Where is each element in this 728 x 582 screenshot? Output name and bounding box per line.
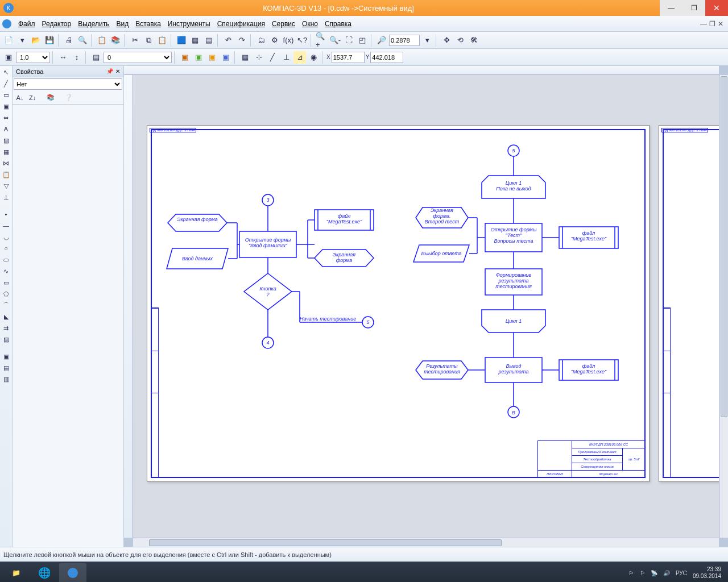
coord-y-input[interactable] — [370, 52, 403, 63]
redraw-button[interactable]: 🛠 — [468, 34, 480, 47]
new-dropdown-button[interactable]: ▾ — [16, 34, 28, 47]
properties-button[interactable]: 📋 — [96, 34, 108, 47]
mdi-minimize-button[interactable]: — — [700, 20, 707, 28]
rotate-button[interactable]: ⟲ — [454, 34, 466, 47]
assy-b-tool[interactable]: ▤ — [1, 363, 11, 373]
close-button[interactable]: ✕ — [705, 0, 728, 16]
drawing-sheet-2[interactable]: ДД 900 101107 ДДС 3 ЛМН Э Вы — [659, 125, 719, 482]
scrollbar-horizontal[interactable] — [133, 538, 719, 547]
minimize-button[interactable]: — — [660, 0, 682, 16]
cut-button[interactable]: ✂ — [129, 34, 141, 47]
hatch-tool[interactable]: ▨ — [1, 135, 11, 146]
geom-poly-tool[interactable]: ⬠ — [1, 289, 11, 299]
menu-view[interactable]: Вид — [113, 20, 133, 28]
zoom-window-button[interactable]: ◰ — [356, 34, 369, 47]
obj-b-button[interactable]: ▣ — [192, 51, 205, 64]
zoom-fit-button[interactable]: ⛶ — [342, 34, 355, 47]
taskbar-chrome[interactable]: 🌐 — [31, 563, 58, 582]
snap-line-button[interactable]: ╱ — [266, 51, 279, 64]
geom-offset-tool[interactable]: ⇉ — [1, 323, 11, 333]
settings-button[interactable]: ⚙ — [268, 34, 281, 47]
obj-d-button[interactable]: ▣ — [220, 51, 232, 64]
menu-select[interactable]: Выделить — [75, 20, 113, 28]
zoom-in-button[interactable]: 🔍+ — [315, 34, 328, 47]
orient-h-button[interactable]: ↔ — [57, 51, 69, 64]
zoom-dropdown[interactable]: ▾ — [421, 34, 433, 47]
snap-ortho-button[interactable]: ⊥ — [280, 51, 292, 64]
drawing-sheet-1[interactable]: ДД 900 101107 ДДС 3 ЛМН 3 Экранная форма — [147, 125, 650, 482]
prop-sort-az-button[interactable]: A↓ — [15, 93, 25, 103]
copy-button[interactable]: ⧉ — [142, 34, 155, 47]
undo-button[interactable]: ↶ — [222, 34, 234, 47]
tray-action-center-icon[interactable]: ⚐ — [640, 570, 645, 576]
mdi-restore-button[interactable]: ❐ — [709, 20, 715, 28]
pointer-tool[interactable]: ↖ — [1, 67, 11, 77]
weld-tool[interactable]: ⋈ — [1, 158, 11, 168]
snap-point-button[interactable]: ⊹ — [253, 51, 265, 64]
taskbar-explorer[interactable]: 📁 — [2, 563, 30, 582]
menu-service[interactable]: Сервис — [268, 20, 299, 28]
geom-spline-tool[interactable]: ∿ — [1, 266, 11, 276]
drawing-area[interactable]: ДД 900 101107 ДДС 3 ЛМН 3 Экранная форма — [124, 66, 728, 547]
library-button[interactable]: 📚 — [109, 34, 122, 47]
dim-tool[interactable]: ⇔ — [1, 113, 11, 123]
zoom-value-button[interactable]: 🔎 — [375, 34, 388, 47]
base-tool[interactable]: ⊥ — [1, 192, 11, 202]
box-tool[interactable]: ▣ — [1, 101, 11, 111]
cursor-help-button[interactable]: ↖? — [296, 34, 308, 47]
mdi-close-button[interactable]: ✕ — [718, 20, 723, 28]
geom-rect-tool[interactable]: ▭ — [1, 277, 11, 288]
properties-object-combo[interactable]: Нет — [14, 78, 122, 90]
line-tool[interactable]: ╱ — [1, 78, 11, 89]
layer-icon[interactable]: ▤ — [90, 51, 102, 64]
scale-combo[interactable]: 1.0 — [16, 52, 50, 63]
deselect-button[interactable]: ▤ — [202, 34, 215, 47]
maximize-button[interactable]: ❐ — [682, 0, 705, 16]
menu-window[interactable]: Окно — [299, 20, 321, 28]
orient-v-button[interactable]: ↕ — [71, 51, 83, 64]
assy-a-tool[interactable]: ▣ — [1, 351, 11, 361]
menu-file[interactable]: Файл — [15, 20, 39, 28]
geom-chamfer-tool[interactable]: ◣ — [1, 311, 11, 322]
menu-spec[interactable]: Спецификация — [214, 20, 268, 28]
preview-button[interactable]: 🔍 — [76, 34, 89, 47]
geom-circle-tool[interactable]: ○ — [1, 243, 11, 253]
zoom-input[interactable] — [389, 35, 420, 46]
menu-help[interactable]: Справка — [321, 20, 355, 28]
prop-help-button[interactable]: ❔ — [64, 93, 74, 103]
tray-volume-icon[interactable]: 🔊 — [663, 570, 670, 576]
open-button[interactable]: 📂 — [30, 34, 42, 47]
rough-tool[interactable]: ▽ — [1, 181, 11, 191]
tray-clock[interactable]: 23:39 09.03.2014 — [693, 566, 721, 580]
menu-editor[interactable]: Редактор — [39, 20, 75, 28]
panel-close-icon[interactable]: ✕ — [115, 68, 120, 74]
geom-line-tool[interactable]: — — [1, 221, 11, 231]
pin-icon[interactable]: 📌 — [106, 68, 113, 74]
pan-button[interactable]: ✥ — [440, 34, 453, 47]
assy-c-tool[interactable]: ▥ — [1, 374, 11, 384]
tray-flag-icon[interactable]: 🏳 — [628, 570, 634, 576]
rect-tool[interactable]: ▭ — [1, 90, 11, 100]
redo-button[interactable]: ↷ — [235, 34, 248, 47]
geom-arc-tool[interactable]: ◡ — [1, 232, 11, 242]
menu-insert[interactable]: Вставка — [132, 20, 164, 28]
spec-tool[interactable]: 📋 — [1, 169, 11, 180]
select-all-button[interactable]: ▦ — [189, 34, 201, 47]
taskbar-kompas[interactable] — [59, 563, 86, 582]
scrollbar-vertical[interactable] — [719, 75, 728, 538]
paste-button[interactable]: 📋 — [156, 34, 168, 47]
snap-center-button[interactable]: ◉ — [307, 51, 320, 64]
snap-grid-button[interactable]: ▦ — [239, 51, 251, 64]
prop-sort-za-button[interactable]: Z↓ — [27, 93, 38, 103]
stop-button[interactable]: ▣ — [2, 51, 15, 64]
tray-network-icon[interactable]: 📡 — [651, 570, 657, 576]
menu-tools[interactable]: Инструменты — [164, 20, 214, 28]
tray-lang[interactable]: РУС — [676, 570, 687, 576]
layers-button[interactable]: 🗂 — [255, 34, 267, 47]
copy-props-button[interactable]: 🟦 — [175, 34, 188, 47]
new-button[interactable]: 📄 — [2, 34, 15, 47]
obj-c-button[interactable]: ▣ — [206, 51, 218, 64]
geom-ellipse-tool[interactable]: ⬭ — [1, 255, 11, 265]
snap-tangent-button[interactable]: ⊿ — [293, 51, 306, 64]
save-button[interactable]: 💾 — [43, 34, 56, 47]
